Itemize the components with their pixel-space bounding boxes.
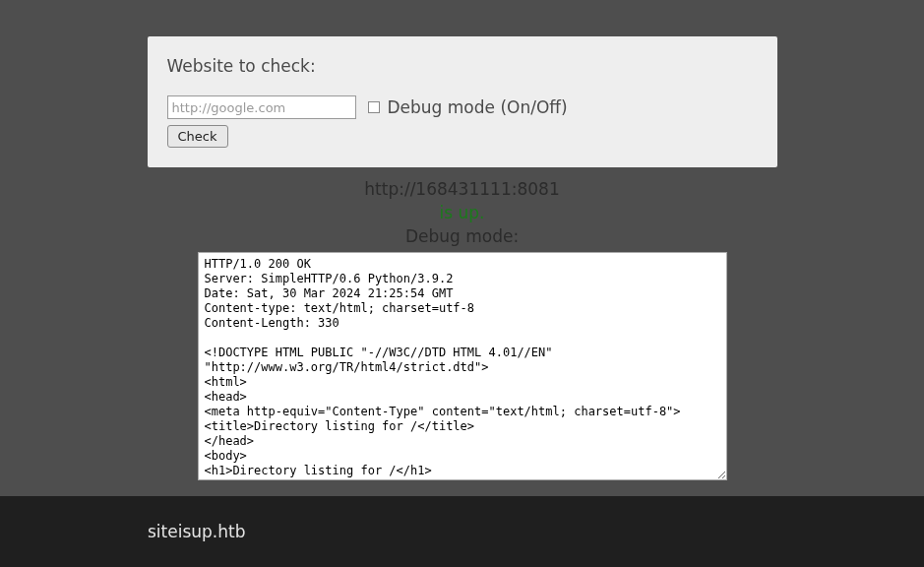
- check-form-panel: Website to check: Debug mode (On/Off) Ch…: [148, 36, 777, 167]
- status-text: is up.: [0, 203, 924, 222]
- debug-checkbox-wrap: Debug mode (On/Off): [368, 97, 568, 117]
- debug-checkbox-label: Debug mode (On/Off): [388, 97, 568, 117]
- debug-output[interactable]: [198, 252, 727, 480]
- results-area: http://168431111:8081 is up. Debug mode:: [0, 179, 924, 480]
- check-button[interactable]: Check: [167, 125, 228, 148]
- footer-site: siteisup.htb: [148, 522, 246, 541]
- url-input[interactable]: [167, 95, 356, 119]
- debug-checkbox[interactable]: [368, 101, 380, 113]
- form-label: Website to check:: [167, 56, 758, 76]
- debug-mode-label: Debug mode:: [0, 226, 924, 246]
- form-row: Debug mode (On/Off): [167, 95, 758, 119]
- checked-url: http://168431111:8081: [0, 179, 924, 199]
- footer: siteisup.htb: [0, 496, 924, 567]
